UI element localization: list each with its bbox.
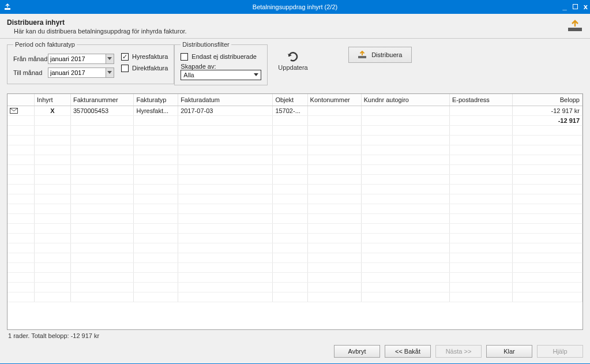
table-cell[interactable] bbox=[273, 135, 307, 145]
table-cell[interactable] bbox=[7, 272, 35, 282]
table-cell[interactable] bbox=[273, 174, 307, 184]
table-cell[interactable] bbox=[361, 106, 449, 115]
table-cell[interactable] bbox=[307, 174, 361, 184]
table-cell[interactable] bbox=[134, 253, 178, 262]
table-cell[interactable] bbox=[35, 213, 71, 223]
table-cell[interactable] bbox=[513, 262, 583, 272]
table-cell[interactable] bbox=[70, 115, 134, 125]
table-cell[interactable] bbox=[70, 145, 134, 155]
table-cell[interactable] bbox=[449, 272, 513, 282]
table-cell[interactable] bbox=[449, 174, 513, 184]
to-month-input[interactable] bbox=[48, 68, 106, 77]
table-cell[interactable] bbox=[307, 106, 361, 115]
table-cell[interactable] bbox=[307, 164, 361, 174]
table-cell[interactable] bbox=[134, 233, 178, 243]
endast-ej-distribuerade-checkbox[interactable]: Endast ej distribuerade bbox=[181, 51, 261, 62]
table-cell[interactable] bbox=[273, 213, 307, 223]
table-cell[interactable] bbox=[513, 145, 583, 155]
table-cell[interactable] bbox=[134, 164, 178, 174]
bakat-button[interactable]: << Bakåt bbox=[385, 345, 431, 358]
table-cell[interactable] bbox=[35, 262, 71, 272]
table-cell[interactable] bbox=[513, 213, 583, 223]
table-cell[interactable] bbox=[307, 272, 361, 282]
table-cell[interactable] bbox=[307, 253, 361, 262]
table-cell[interactable] bbox=[307, 155, 361, 164]
from-month-input[interactable] bbox=[48, 54, 106, 63]
table-cell[interactable] bbox=[449, 223, 513, 233]
table-cell[interactable] bbox=[134, 135, 178, 145]
table-cell[interactable] bbox=[513, 125, 583, 135]
table-cell[interactable] bbox=[449, 145, 513, 155]
table-cell[interactable] bbox=[178, 233, 273, 243]
table-cell[interactable] bbox=[7, 145, 35, 155]
table-cell[interactable] bbox=[70, 282, 134, 292]
table-cell[interactable] bbox=[7, 233, 35, 243]
table-cell[interactable] bbox=[178, 213, 273, 223]
table-cell[interactable] bbox=[7, 223, 35, 233]
table-cell[interactable] bbox=[307, 262, 361, 272]
table-cell[interactable] bbox=[361, 233, 449, 243]
col-fakturanummer[interactable]: Fakturanummer bbox=[70, 94, 134, 106]
table-cell[interactable] bbox=[70, 204, 134, 213]
table-cell[interactable] bbox=[7, 262, 35, 272]
table-cell[interactable] bbox=[513, 272, 583, 282]
table-cell[interactable] bbox=[361, 204, 449, 213]
table-cell[interactable] bbox=[273, 194, 307, 204]
avbryt-button[interactable]: Avbryt bbox=[334, 345, 380, 358]
table-cell[interactable] bbox=[7, 194, 35, 204]
table-cell[interactable]: Hyresfakt... bbox=[134, 106, 178, 115]
col-objekt[interactable]: Objekt bbox=[273, 94, 307, 106]
table-cell[interactable] bbox=[513, 282, 583, 292]
table-cell[interactable] bbox=[449, 233, 513, 243]
table-cell[interactable] bbox=[361, 184, 449, 194]
table-cell[interactable] bbox=[449, 125, 513, 135]
table-cell[interactable] bbox=[273, 243, 307, 253]
table-cell[interactable] bbox=[70, 164, 134, 174]
table-cell[interactable] bbox=[134, 282, 178, 292]
table-cell[interactable] bbox=[273, 125, 307, 135]
table-cell[interactable] bbox=[35, 223, 71, 233]
table-cell[interactable] bbox=[35, 125, 71, 135]
table-cell[interactable] bbox=[35, 282, 71, 292]
table-cell[interactable] bbox=[449, 253, 513, 262]
table-cell[interactable] bbox=[178, 262, 273, 272]
table-cell[interactable] bbox=[7, 204, 35, 213]
table-cell[interactable] bbox=[70, 243, 134, 253]
table-cell[interactable] bbox=[178, 272, 273, 282]
col-kundnr[interactable]: Kundnr autogiro bbox=[361, 94, 449, 106]
table-cell[interactable] bbox=[307, 184, 361, 194]
table-cell[interactable] bbox=[70, 262, 134, 272]
table-cell[interactable] bbox=[513, 194, 583, 204]
table-cell[interactable] bbox=[361, 115, 449, 125]
table-cell[interactable] bbox=[7, 135, 35, 145]
table-cell[interactable] bbox=[7, 164, 35, 174]
table-cell[interactable] bbox=[134, 223, 178, 233]
table-cell[interactable] bbox=[178, 155, 273, 164]
table-cell[interactable] bbox=[273, 155, 307, 164]
table-cell[interactable] bbox=[178, 145, 273, 155]
table-cell[interactable] bbox=[307, 125, 361, 135]
refresh-button[interactable]: Uppdatera bbox=[278, 41, 307, 71]
table-cell[interactable] bbox=[70, 223, 134, 233]
table-cell[interactable] bbox=[449, 115, 513, 125]
table-cell[interactable]: 2017-07-03 bbox=[178, 106, 273, 115]
table-cell[interactable] bbox=[7, 184, 35, 194]
table-cell[interactable] bbox=[513, 223, 583, 233]
table-cell[interactable] bbox=[178, 253, 273, 262]
table-cell[interactable] bbox=[134, 174, 178, 184]
table-scroll[interactable]: Inhyrt Fakturanummer Fakturatyp Fakturad… bbox=[7, 94, 583, 329]
table-cell[interactable] bbox=[7, 155, 35, 164]
table-cell[interactable] bbox=[361, 155, 449, 164]
table-cell[interactable] bbox=[134, 145, 178, 155]
table-cell[interactable] bbox=[361, 282, 449, 292]
table-cell[interactable] bbox=[513, 164, 583, 174]
table-cell[interactable] bbox=[273, 115, 307, 125]
table-cell[interactable] bbox=[449, 194, 513, 204]
table-cell[interactable] bbox=[35, 135, 71, 145]
table-cell[interactable] bbox=[134, 125, 178, 135]
table-cell[interactable] bbox=[273, 145, 307, 155]
table-cell[interactable] bbox=[134, 194, 178, 204]
table-cell[interactable] bbox=[7, 282, 35, 292]
col-epost[interactable]: E-postadress bbox=[449, 94, 513, 106]
table-cell[interactable] bbox=[35, 194, 71, 204]
